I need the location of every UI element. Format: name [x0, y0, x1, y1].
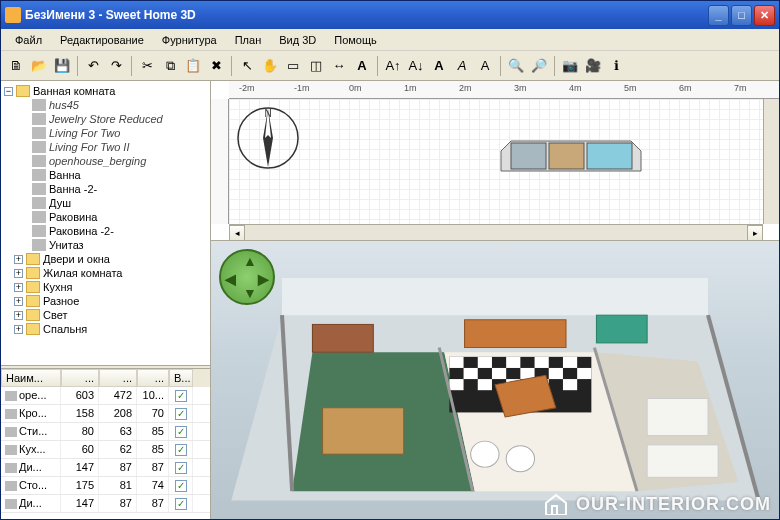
catalog-item[interactable]: Раковина -2-	[4, 224, 207, 238]
table-row[interactable]: Кро...15820870✓	[1, 405, 210, 423]
expand-icon[interactable]: +	[14, 311, 23, 320]
scrollbar-vertical[interactable]	[763, 99, 779, 224]
cell-visible[interactable]: ✓	[169, 477, 193, 494]
nav-up-icon[interactable]: ▲	[243, 253, 257, 269]
style-icon[interactable]: A	[474, 55, 496, 77]
col-depth[interactable]: ...	[99, 369, 137, 387]
floorplan-preview[interactable]	[491, 121, 651, 181]
catalog-item[interactable]: Living For Two II	[4, 140, 207, 154]
catalog-folder[interactable]: +Жилая комната	[4, 266, 207, 280]
expand-icon[interactable]: +	[14, 283, 23, 292]
furniture-table[interactable]: Наим... ... ... ... В... оре...60347210.…	[1, 369, 210, 519]
menu-view3d[interactable]: Вид 3D	[271, 32, 324, 48]
folder-label: Свет	[43, 309, 67, 321]
catalog-folder[interactable]: +Кухня	[4, 280, 207, 294]
room-icon[interactable]: ◫	[305, 55, 327, 77]
table-row[interactable]: Ди...1478787✓	[1, 459, 210, 477]
scrollbar-horizontal[interactable]: ◂ ▸	[229, 224, 763, 240]
cell-width: 60	[61, 441, 99, 458]
zoom-out-icon[interactable]: 🔎	[528, 55, 550, 77]
catalog-folder[interactable]: +Двери и окна	[4, 252, 207, 266]
table-row[interactable]: Сто...1758174✓	[1, 477, 210, 495]
expand-icon[interactable]: +	[14, 325, 23, 334]
new-icon[interactable]: 🗎	[5, 55, 27, 77]
catalog-item[interactable]: hus45	[4, 98, 207, 112]
increase-icon[interactable]: A↑	[382, 55, 404, 77]
camera-icon[interactable]: 📷	[559, 55, 581, 77]
dimension-icon[interactable]: ↔	[328, 55, 350, 77]
cut-icon[interactable]: ✂	[136, 55, 158, 77]
close-button[interactable]: ✕	[754, 5, 775, 26]
expand-icon[interactable]: +	[14, 297, 23, 306]
catalog-tree[interactable]: − Ванная комната hus45Jewelry Store Redu…	[1, 81, 210, 365]
catalog-item[interactable]: Ванна -2-	[4, 182, 207, 196]
expand-icon[interactable]: +	[14, 269, 23, 278]
table-row[interactable]: оре...60347210...✓	[1, 387, 210, 405]
plan-2d-view[interactable]: -2m-1m0m1m2m3m4m5m6m7m N	[211, 81, 779, 241]
catalog-folder[interactable]: +Разное	[4, 294, 207, 308]
catalog-item[interactable]: Душ	[4, 196, 207, 210]
nav-right-icon[interactable]: ▶	[258, 271, 269, 287]
scroll-right-icon[interactable]: ▸	[747, 225, 763, 241]
catalog-folder[interactable]: +Спальня	[4, 322, 207, 336]
minimize-button[interactable]: _	[708, 5, 729, 26]
collapse-icon[interactable]: −	[4, 87, 13, 96]
col-width[interactable]: ...	[61, 369, 99, 387]
catalog-item[interactable]: Living For Two	[4, 126, 207, 140]
cell-visible[interactable]: ✓	[169, 387, 193, 404]
item-label: openhouse_berging	[49, 155, 146, 167]
tree-root-label: Ванная комната	[33, 85, 115, 97]
cell-visible[interactable]: ✓	[169, 423, 193, 440]
zoom-in-icon[interactable]: 🔍	[505, 55, 527, 77]
redo-icon[interactable]: ↷	[105, 55, 127, 77]
video-icon[interactable]: 🎥	[582, 55, 604, 77]
maximize-button[interactable]: □	[731, 5, 752, 26]
pan-icon[interactable]: ✋	[259, 55, 281, 77]
3d-nav-control[interactable]: ▲ ▼ ◀ ▶	[219, 249, 275, 305]
cell-visible[interactable]: ✓	[169, 495, 193, 512]
italic-icon[interactable]: A	[451, 55, 473, 77]
nav-left-icon[interactable]: ◀	[225, 271, 236, 287]
menu-help[interactable]: Помощь	[326, 32, 385, 48]
catalog-item[interactable]: openhouse_berging	[4, 154, 207, 168]
catalog-item[interactable]: Ванна	[4, 168, 207, 182]
cursor-icon[interactable]: ↖	[236, 55, 258, 77]
catalog-item[interactable]: Раковина	[4, 210, 207, 224]
table-row[interactable]: Кух...606285✓	[1, 441, 210, 459]
catalog-folder[interactable]: +Свет	[4, 308, 207, 322]
text-icon[interactable]: A	[351, 55, 373, 77]
scroll-left-icon[interactable]: ◂	[229, 225, 245, 241]
ruler-tick: 1m	[404, 83, 417, 93]
decrease-icon[interactable]: A↓	[405, 55, 427, 77]
menu-file[interactable]: Файл	[7, 32, 50, 48]
menu-edit[interactable]: Редактирование	[52, 32, 152, 48]
table-row[interactable]: Сти...806385✓	[1, 423, 210, 441]
open-icon[interactable]: 📂	[28, 55, 50, 77]
wall-icon[interactable]: ▭	[282, 55, 304, 77]
menu-plan[interactable]: План	[227, 32, 270, 48]
save-icon[interactable]: 💾	[51, 55, 73, 77]
menu-furniture[interactable]: Фурнитура	[154, 32, 225, 48]
col-visible[interactable]: В...	[169, 369, 193, 387]
cell-visible[interactable]: ✓	[169, 441, 193, 458]
catalog-item[interactable]: Jewelry Store Reduced	[4, 112, 207, 126]
cell-visible[interactable]: ✓	[169, 459, 193, 476]
separator	[377, 56, 378, 76]
delete-icon[interactable]: ✖	[205, 55, 227, 77]
about-icon[interactable]: ℹ	[605, 55, 627, 77]
view-3d-canvas[interactable]: ▲ ▼ ◀ ▶ OUR-INTERIOR.COM	[211, 241, 779, 519]
expand-icon[interactable]: +	[14, 255, 23, 264]
col-height[interactable]: ...	[137, 369, 169, 387]
catalog-item[interactable]: Унитаз	[4, 238, 207, 252]
nav-down-icon[interactable]: ▼	[243, 285, 257, 301]
col-name[interactable]: Наим...	[1, 369, 61, 387]
table-row[interactable]: Ди...1478787✓	[1, 495, 210, 513]
bold-icon[interactable]: A	[428, 55, 450, 77]
undo-icon[interactable]: ↶	[82, 55, 104, 77]
paste-icon[interactable]: 📋	[182, 55, 204, 77]
tree-root[interactable]: − Ванная комната	[4, 84, 207, 98]
cell-visible[interactable]: ✓	[169, 405, 193, 422]
copy-icon[interactable]: ⧉	[159, 55, 181, 77]
titlebar[interactable]: БезИмени 3 - Sweet Home 3D _ □ ✕	[1, 1, 779, 29]
compass-icon[interactable]: N	[235, 105, 301, 171]
